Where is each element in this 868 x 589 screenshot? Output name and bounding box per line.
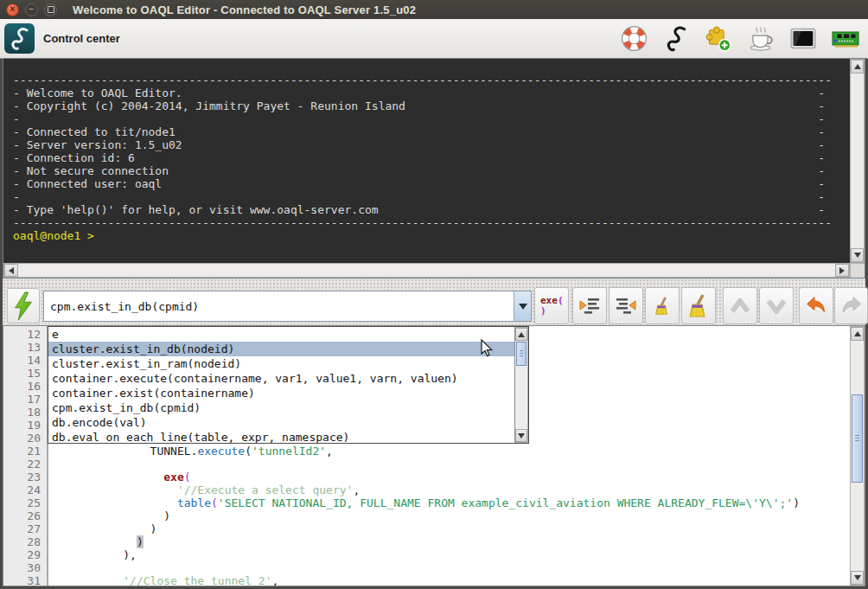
line-number: 20 (3, 432, 47, 445)
titlebar: × − Welcome to OAQL Editor - Connected t… (0, 0, 868, 19)
autocomplete-item[interactable]: db.encode(val) (48, 415, 514, 430)
terminal-line: -- (13, 190, 850, 203)
scroll-left-button[interactable] (4, 264, 18, 277)
terminal-line: - Copyright (c) 2004-2014, Jimmitry Paye… (13, 99, 850, 112)
scroll-down-button[interactable] (515, 429, 527, 442)
memory-card-icon[interactable] (832, 25, 859, 53)
minimize-button[interactable]: − (25, 3, 38, 16)
outdent-button[interactable] (609, 287, 643, 324)
command-bar: exe( ) (3, 278, 865, 325)
code-line: '//Execute a select query', (55, 483, 850, 496)
redo-icon (839, 295, 864, 317)
move-up-button[interactable] (723, 287, 757, 324)
line-number: 27 (3, 522, 47, 535)
app-snake-logo-icon (4, 23, 35, 54)
scroll-down-button[interactable] (851, 571, 864, 585)
scroll-up-button[interactable] (515, 328, 527, 341)
terminal-line: -- (13, 112, 850, 125)
redo-button[interactable] (834, 287, 868, 324)
line-number: 14 (3, 354, 47, 367)
indent-button[interactable] (572, 287, 607, 324)
terminal-vertical-scrollbar[interactable] (850, 59, 865, 263)
snake-icon[interactable] (662, 25, 690, 53)
small-broom-icon (652, 295, 673, 317)
line-number: 17 (3, 393, 47, 406)
scroll-right-button[interactable] (835, 264, 849, 277)
line-number: 29 (3, 548, 47, 561)
terminal-horizontal-scrollbar[interactable] (3, 263, 850, 278)
line-number: 28 (3, 535, 47, 548)
coffee-icon[interactable] (747, 25, 775, 53)
command-input[interactable] (44, 291, 514, 321)
clean-all-button[interactable] (681, 287, 716, 324)
line-number: 19 (3, 419, 47, 432)
add-plugin-icon[interactable] (705, 25, 732, 53)
terminal-line: - Connection id: 6- (13, 151, 850, 164)
scroll-down-button[interactable] (851, 248, 864, 262)
lightning-icon (13, 291, 34, 321)
autocomplete-item[interactable]: e (48, 327, 514, 342)
terminal-line: - Server version: 1.5_u02- (13, 138, 850, 151)
editor-vertical-scrollbar[interactable] (850, 326, 865, 586)
line-number: 30 (3, 561, 47, 574)
scroll-up-button[interactable] (851, 327, 864, 341)
code-line: ) (55, 522, 850, 535)
autocomplete-item[interactable]: container.execute(containername, var1, v… (48, 371, 514, 386)
control-center-toolbar: Control center (0, 19, 868, 59)
autocomplete-item[interactable]: cluster.exist_in_ram(nodeid) (48, 356, 514, 371)
control-center-label: Control center (43, 32, 120, 45)
terminal-line: - Connected user: oaql- (13, 177, 850, 190)
console-panel[interactable]: ----------------------------------------… (3, 58, 865, 278)
big-broom-icon (686, 292, 712, 320)
code-line: table('SELECT NATIONAL_ID, FULL_NAME FRO… (55, 496, 850, 509)
code-line: '//Close the tunnel 2', (55, 574, 850, 586)
chevron-down-icon (765, 297, 788, 316)
autocomplete-item[interactable]: db.eval_on_each_line(table, expr, namesp… (48, 430, 514, 443)
code-line (55, 458, 850, 471)
autocomplete-item[interactable]: container.exist(containername) (48, 386, 514, 400)
chevron-up-icon (729, 297, 751, 316)
command-combobox (43, 291, 532, 322)
help-lifering-icon[interactable] (620, 25, 648, 53)
terminal-line: - Connected to tit/node1- (13, 125, 850, 138)
line-number: 25 (3, 496, 47, 509)
line-number: 15 (3, 367, 47, 380)
undo-button[interactable] (799, 287, 833, 324)
code-line: ) (55, 509, 850, 522)
close-button[interactable]: × (6, 3, 19, 16)
line-number: 24 (3, 483, 47, 496)
indent-icon (578, 294, 602, 318)
line-number: 26 (3, 509, 47, 522)
code-line: TUNNEL.execute('tunnelId2', (55, 445, 850, 458)
code-line: exe( (55, 471, 850, 483)
clean-line-button[interactable] (645, 287, 680, 324)
execute-button[interactable] (7, 288, 40, 323)
scroll-up-button[interactable] (851, 60, 864, 74)
scrollbar-thumb[interactable] (516, 342, 527, 366)
scrollbar-thumb[interactable] (852, 394, 863, 483)
outdent-icon (614, 294, 638, 318)
line-number: 18 (3, 406, 47, 419)
chevron-down-icon (519, 304, 527, 310)
line-number: 21 (3, 445, 47, 458)
terminal-icon[interactable] (789, 25, 817, 53)
autocomplete-item[interactable]: cpm.exist_in_db(cpmid) (48, 400, 514, 415)
oaql-editor-window: × − Welcome to OAQL Editor - Connected t… (0, 0, 868, 589)
terminal-line: - Not secure connection- (13, 164, 850, 177)
terminal-line: ----------------------------------------… (13, 74, 850, 86)
combobox-dropdown-button[interactable] (514, 291, 531, 321)
autocomplete-item[interactable]: cluster.exist_in_db(nodeid) (48, 342, 514, 356)
terminal-line: oaql@node1 > (13, 229, 850, 242)
wrap-exe-button[interactable]: exe( ) (534, 287, 569, 324)
undo-icon (804, 295, 828, 317)
line-number: 23 (3, 471, 47, 483)
code-line: ), (55, 548, 850, 561)
mouse-cursor (481, 339, 495, 358)
code-line (55, 561, 850, 574)
move-down-button[interactable] (759, 287, 794, 324)
terminal-line: - Welcome to OAQL Editor.- (13, 86, 850, 99)
line-number: 13 (3, 341, 47, 354)
popup-scrollbar[interactable] (514, 327, 528, 443)
maximize-button[interactable] (44, 3, 57, 16)
terminal-output: ----------------------------------------… (3, 59, 850, 263)
